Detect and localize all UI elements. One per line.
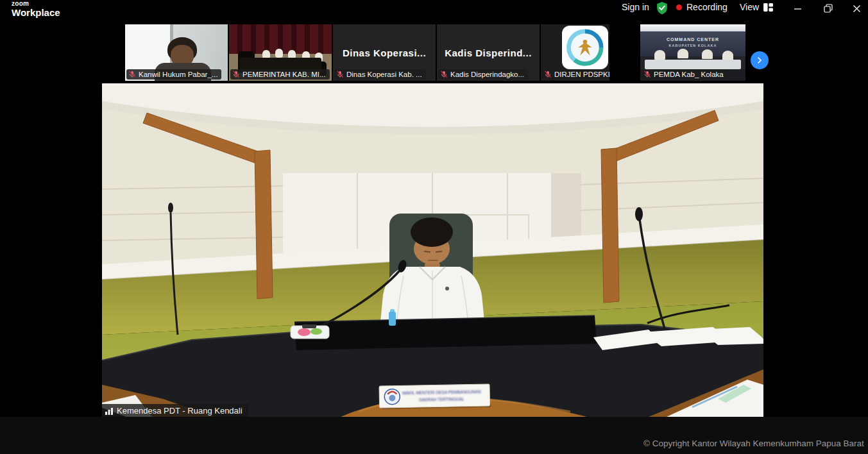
- video-thumbnail-dirjen-pdspkp[interactable]: DIRJEN PDSPKP: [541, 24, 609, 81]
- recording-label: Recording: [686, 2, 728, 12]
- zoom-workplace-logo: zoom Workplace: [12, 1, 60, 17]
- logo-workplace-text: Workplace: [12, 8, 60, 17]
- main-video-scene: WAKIL MENTERI DESA PEMBANGUNAN DAERAH TE…: [102, 83, 763, 417]
- shield-check-icon[interactable]: [656, 1, 668, 15]
- display-name-text: Kadis Disperind...: [437, 47, 540, 58]
- video-thumbnail-dinas-koperasi[interactable]: Dinas Koperasi... Dinas Koperasi Kab. ..…: [333, 24, 436, 81]
- participant-name-label: Dinas Koperasi Kab. ...: [334, 69, 426, 80]
- participant-name-label: PEMDA Kab_ Kolaka: [642, 69, 728, 80]
- top-bar: zoom Workplace Sign in Recording View: [0, 0, 868, 17]
- view-grid-icon: [763, 3, 773, 12]
- minimize-icon: [794, 4, 802, 13]
- video-filmstrip: Kanwil Hukum Pabar_... PEMERINTAH KAB. M…: [0, 17, 868, 83]
- video-thumbnail-pemda-kolaka[interactable]: COMMAND CENTER KABUPATEN KOLAKA PEMDA Ka…: [640, 24, 745, 81]
- video-thumbnail-pemerintah-kab[interactable]: PEMERINTAH KAB. MI...: [229, 24, 332, 81]
- restore-icon: [824, 4, 833, 13]
- nameplate-line2: DAERAH TERTINGGAL: [419, 397, 464, 402]
- chevron-right-icon: [754, 55, 765, 65]
- desk-nameplate: WAKIL MENTERI DESA PEMBANGUNAN DAERAH TE…: [379, 384, 491, 409]
- mic-muted-icon: [440, 71, 448, 78]
- main-stage: WAKIL MENTERI DESA PEMBANGUNAN DAERAH TE…: [0, 83, 868, 417]
- mic-muted-icon: [128, 71, 136, 78]
- mic-muted-icon: [232, 71, 240, 78]
- video-thumbnail-kadis-disperindag[interactable]: Kadis Disperind... Kadis Disperindagko..…: [437, 24, 540, 81]
- mic-muted-icon: [544, 71, 552, 78]
- restore-button[interactable]: [823, 0, 833, 17]
- video-thumbnail-kanwil-hukum[interactable]: Kanwil Hukum Pabar_...: [125, 24, 228, 81]
- agency-logo: [562, 26, 608, 69]
- mic-muted-icon: [643, 71, 651, 78]
- participant-name-label: Kadis Disperindagko...: [438, 69, 528, 80]
- zoom-meeting-window: zoom Workplace Sign in Recording View: [0, 0, 868, 454]
- recording-indicator: Recording: [676, 2, 728, 12]
- active-speaker-label: Kemendesa PDT - Ruang Kendali: [102, 404, 248, 417]
- recording-dot-icon: [676, 4, 682, 10]
- meeting-toolbar: Audio Video 346 Pa: [0, 417, 868, 454]
- participant-name-label: PEMERINTAH KAB. MI...: [230, 69, 330, 80]
- logo-zoom-text: zoom: [12, 1, 60, 7]
- minimize-button[interactable]: [792, 0, 803, 17]
- participant-name-label: Kanwil Hukum Pabar_...: [126, 69, 221, 80]
- view-button[interactable]: View: [736, 1, 777, 13]
- next-page-button[interactable]: [751, 51, 769, 69]
- active-speaker-video: WAKIL MENTERI DESA PEMBANGUNAN DAERAH TE…: [102, 83, 763, 417]
- display-name-text: Dinas Koperasi...: [333, 47, 436, 58]
- mic-muted-icon: [336, 71, 344, 78]
- active-speaker-name: Kemendesa PDT - Ruang Kendali: [117, 406, 243, 416]
- sign-in-button[interactable]: Sign in: [618, 1, 653, 13]
- signal-bars-icon: [105, 407, 114, 415]
- participant-name-label: DIRJEN PDSPKP: [542, 69, 609, 80]
- close-icon: [853, 4, 861, 13]
- close-button[interactable]: [851, 0, 862, 17]
- view-label: View: [740, 2, 759, 12]
